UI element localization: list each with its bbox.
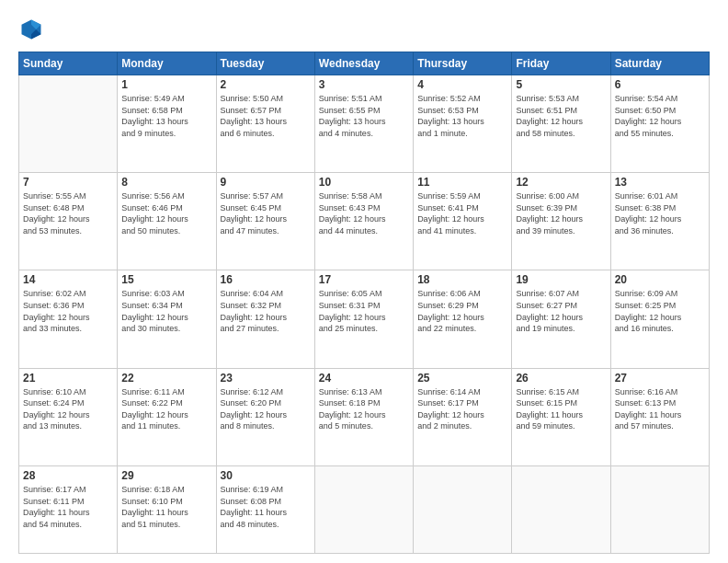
calendar-cell: 5Sunrise: 5:53 AM Sunset: 6:51 PM Daylig… <box>512 75 610 173</box>
day-info: Sunrise: 6:11 AM Sunset: 6:22 PM Dayligh… <box>121 386 211 432</box>
calendar-week-row: 21Sunrise: 6:10 AM Sunset: 6:24 PM Dayli… <box>19 368 710 465</box>
calendar-cell: 29Sunrise: 6:18 AM Sunset: 6:10 PM Dayli… <box>118 465 216 553</box>
day-info: Sunrise: 5:50 AM Sunset: 6:57 PM Dayligh… <box>221 93 311 139</box>
day-info: Sunrise: 6:05 AM Sunset: 6:31 PM Dayligh… <box>319 288 409 334</box>
logo <box>18 17 48 42</box>
calendar-cell: 9Sunrise: 5:57 AM Sunset: 6:45 PM Daylig… <box>216 173 314 270</box>
calendar-week-row: 7Sunrise: 5:55 AM Sunset: 6:48 PM Daylig… <box>19 173 710 270</box>
day-info: Sunrise: 6:13 AM Sunset: 6:18 PM Dayligh… <box>319 386 409 432</box>
day-number: 7 <box>23 176 113 189</box>
calendar-cell: 7Sunrise: 5:55 AM Sunset: 6:48 PM Daylig… <box>19 173 118 270</box>
day-info: Sunrise: 6:04 AM Sunset: 6:32 PM Dayligh… <box>221 288 311 334</box>
day-info: Sunrise: 5:55 AM Sunset: 6:48 PM Dayligh… <box>23 190 113 236</box>
calendar-cell: 27Sunrise: 6:16 AM Sunset: 6:13 PM Dayli… <box>610 368 709 465</box>
day-number: 12 <box>516 176 606 189</box>
day-number: 20 <box>615 273 705 286</box>
day-number: 18 <box>417 273 507 286</box>
calendar-cell: 15Sunrise: 6:03 AM Sunset: 6:34 PM Dayli… <box>118 270 216 368</box>
weekday-header-thursday: Thursday <box>414 52 512 75</box>
weekday-header-saturday: Saturday <box>610 52 709 75</box>
logo-icon <box>18 17 44 42</box>
calendar-cell: 10Sunrise: 5:58 AM Sunset: 6:43 PM Dayli… <box>314 173 413 270</box>
day-info: Sunrise: 5:54 AM Sunset: 6:50 PM Dayligh… <box>615 93 705 139</box>
calendar-cell: 8Sunrise: 5:56 AM Sunset: 6:46 PM Daylig… <box>118 173 216 270</box>
calendar-cell: 14Sunrise: 6:02 AM Sunset: 6:36 PM Dayli… <box>19 270 118 368</box>
day-info: Sunrise: 6:06 AM Sunset: 6:29 PM Dayligh… <box>417 288 507 334</box>
calendar-cell: 30Sunrise: 6:19 AM Sunset: 6:08 PM Dayli… <box>216 465 314 553</box>
day-info: Sunrise: 6:09 AM Sunset: 6:25 PM Dayligh… <box>615 288 705 334</box>
day-number: 19 <box>516 273 606 286</box>
weekday-header-tuesday: Tuesday <box>216 52 314 75</box>
day-number: 8 <box>121 176 211 189</box>
day-number: 10 <box>319 176 409 189</box>
day-info: Sunrise: 6:00 AM Sunset: 6:39 PM Dayligh… <box>516 190 606 236</box>
day-number: 28 <box>23 469 113 482</box>
calendar-cell: 28Sunrise: 6:17 AM Sunset: 6:11 PM Dayli… <box>19 465 118 553</box>
day-info: Sunrise: 6:10 AM Sunset: 6:24 PM Dayligh… <box>23 386 113 432</box>
calendar-cell: 6Sunrise: 5:54 AM Sunset: 6:50 PM Daylig… <box>610 75 709 173</box>
day-number: 26 <box>516 372 606 385</box>
day-info: Sunrise: 6:07 AM Sunset: 6:27 PM Dayligh… <box>516 288 606 334</box>
day-number: 27 <box>615 372 705 385</box>
day-info: Sunrise: 6:02 AM Sunset: 6:36 PM Dayligh… <box>23 288 113 334</box>
day-info: Sunrise: 5:51 AM Sunset: 6:55 PM Dayligh… <box>319 93 409 139</box>
calendar-week-row: 14Sunrise: 6:02 AM Sunset: 6:36 PM Dayli… <box>19 270 710 368</box>
calendar-cell: 2Sunrise: 5:50 AM Sunset: 6:57 PM Daylig… <box>216 75 314 173</box>
page: SundayMondayTuesdayWednesdayThursdayFrid… <box>0 0 728 563</box>
calendar-table: SundayMondayTuesdayWednesdayThursdayFrid… <box>18 52 710 554</box>
calendar-cell: 16Sunrise: 6:04 AM Sunset: 6:32 PM Dayli… <box>216 270 314 368</box>
weekday-header-monday: Monday <box>118 52 216 75</box>
day-info: Sunrise: 5:59 AM Sunset: 6:41 PM Dayligh… <box>417 190 507 236</box>
day-number: 3 <box>319 78 409 91</box>
day-info: Sunrise: 6:14 AM Sunset: 6:17 PM Dayligh… <box>417 386 507 432</box>
day-number: 23 <box>221 372 311 385</box>
weekday-header-sunday: Sunday <box>19 52 118 75</box>
calendar-cell: 17Sunrise: 6:05 AM Sunset: 6:31 PM Dayli… <box>314 270 413 368</box>
calendar-cell <box>414 465 512 553</box>
calendar-cell: 12Sunrise: 6:00 AM Sunset: 6:39 PM Dayli… <box>512 173 610 270</box>
day-number: 21 <box>23 372 113 385</box>
day-number: 4 <box>417 78 507 91</box>
day-number: 24 <box>319 372 409 385</box>
calendar-cell: 26Sunrise: 6:15 AM Sunset: 6:15 PM Dayli… <box>512 368 610 465</box>
day-info: Sunrise: 6:18 AM Sunset: 6:10 PM Dayligh… <box>121 484 211 530</box>
day-number: 6 <box>615 78 705 91</box>
day-number: 17 <box>319 273 409 286</box>
calendar-cell: 25Sunrise: 6:14 AM Sunset: 6:17 PM Dayli… <box>414 368 512 465</box>
day-info: Sunrise: 5:58 AM Sunset: 6:43 PM Dayligh… <box>319 190 409 236</box>
weekday-header-wednesday: Wednesday <box>314 52 413 75</box>
day-info: Sunrise: 5:52 AM Sunset: 6:53 PM Dayligh… <box>417 93 507 139</box>
day-number: 29 <box>121 469 211 482</box>
day-info: Sunrise: 6:01 AM Sunset: 6:38 PM Dayligh… <box>615 190 705 236</box>
day-number: 16 <box>221 273 311 286</box>
calendar-cell: 18Sunrise: 6:06 AM Sunset: 6:29 PM Dayli… <box>414 270 512 368</box>
day-info: Sunrise: 6:15 AM Sunset: 6:15 PM Dayligh… <box>516 386 606 432</box>
day-number: 14 <box>23 273 113 286</box>
calendar-cell: 22Sunrise: 6:11 AM Sunset: 6:22 PM Dayli… <box>118 368 216 465</box>
calendar-cell: 20Sunrise: 6:09 AM Sunset: 6:25 PM Dayli… <box>610 270 709 368</box>
day-number: 11 <box>417 176 507 189</box>
calendar-cell: 4Sunrise: 5:52 AM Sunset: 6:53 PM Daylig… <box>414 75 512 173</box>
calendar-cell: 21Sunrise: 6:10 AM Sunset: 6:24 PM Dayli… <box>19 368 118 465</box>
calendar-cell: 24Sunrise: 6:13 AM Sunset: 6:18 PM Dayli… <box>314 368 413 465</box>
calendar-cell <box>314 465 413 553</box>
day-info: Sunrise: 6:16 AM Sunset: 6:13 PM Dayligh… <box>615 386 705 432</box>
day-info: Sunrise: 5:49 AM Sunset: 6:58 PM Dayligh… <box>121 93 211 139</box>
day-number: 5 <box>516 78 606 91</box>
day-number: 30 <box>221 469 311 482</box>
day-info: Sunrise: 6:19 AM Sunset: 6:08 PM Dayligh… <box>221 484 311 530</box>
header <box>18 17 710 42</box>
day-info: Sunrise: 5:57 AM Sunset: 6:45 PM Dayligh… <box>221 190 311 236</box>
day-info: Sunrise: 6:03 AM Sunset: 6:34 PM Dayligh… <box>121 288 211 334</box>
day-info: Sunrise: 5:53 AM Sunset: 6:51 PM Dayligh… <box>516 93 606 139</box>
day-number: 1 <box>121 78 211 91</box>
calendar-cell: 13Sunrise: 6:01 AM Sunset: 6:38 PM Dayli… <box>610 173 709 270</box>
calendar-cell: 11Sunrise: 5:59 AM Sunset: 6:41 PM Dayli… <box>414 173 512 270</box>
day-number: 15 <box>121 273 211 286</box>
day-number: 2 <box>221 78 311 91</box>
day-info: Sunrise: 6:12 AM Sunset: 6:20 PM Dayligh… <box>221 386 311 432</box>
calendar-cell: 3Sunrise: 5:51 AM Sunset: 6:55 PM Daylig… <box>314 75 413 173</box>
calendar-cell <box>610 465 709 553</box>
day-number: 9 <box>221 176 311 189</box>
day-number: 22 <box>121 372 211 385</box>
